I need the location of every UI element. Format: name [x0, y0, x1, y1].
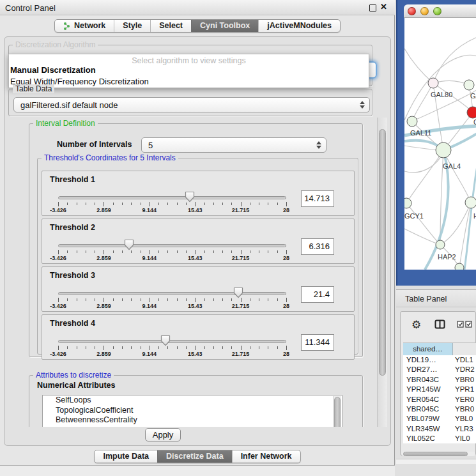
slider-thumb[interactable]	[160, 335, 171, 346]
slider-track[interactable]	[58, 196, 286, 199]
table-row[interactable]: YBL079WYBL0	[403, 414, 476, 424]
slider-tick	[277, 250, 278, 253]
threshold-value-field[interactable]: 14.713	[301, 190, 334, 207]
checkbox-icon[interactable]	[465, 321, 472, 328]
number-of-intervals-value: 5	[148, 141, 153, 150]
tick-label: -3.426	[50, 303, 66, 309]
network-node-gal80[interactable]	[428, 78, 438, 88]
dropdown-option[interactable]: Manual Discretization	[10, 65, 96, 75]
horizontal-scrollbar[interactable]	[402, 452, 475, 456]
tab-cyni-toolbox[interactable]: Cyni Toolbox	[191, 20, 258, 32]
slider-tick	[150, 346, 150, 350]
network-canvas[interactable]: GAL80GACGAL11GAL4GCY1HHAP2	[404, 18, 476, 270]
gear-icon[interactable]: ⚙	[411, 318, 421, 332]
network-node-h[interactable]	[465, 197, 476, 208]
dropdown-hint: Select algorithm to view settings	[9, 56, 369, 65]
slider-tick	[222, 250, 223, 253]
network-node[interactable]	[455, 263, 464, 270]
table-rows[interactable]: YDL19…YDL1YDR27…YDR2YBR043CYBR0YPR145WYP…	[403, 355, 476, 443]
number-of-intervals-combobox[interactable]: 5	[141, 137, 326, 153]
table-row[interactable]: YER054CYER0	[403, 395, 476, 404]
minimize-light-icon[interactable]	[420, 7, 429, 15]
column-header-name[interactable]: na	[453, 343, 476, 355]
table-row[interactable]: YDL19…YDL1	[403, 355, 476, 365]
slider-thumb[interactable]	[233, 287, 243, 298]
slider-tick	[250, 298, 250, 301]
network-node-gal4[interactable]	[436, 142, 451, 158]
cell-shared-name: YPR145W	[406, 385, 441, 394]
slider-tick	[113, 203, 114, 205]
vertical-scrollbar[interactable]	[377, 118, 387, 427]
top-tab-bar: NetworkStyleSelectCyni ToolboxjActiveMNo…	[0, 19, 395, 33]
scrollbar-thumb[interactable]	[379, 129, 386, 376]
network-edge	[404, 49, 433, 83]
numerical-attributes-list[interactable]: SelfLoopsTopologicalCoefficientBetweenne…	[42, 395, 342, 427]
scrollbar-thumb[interactable]	[334, 397, 341, 427]
network-window-frame: GAL80GACGAL11GAL4GCY1HHAP2	[396, 0, 476, 286]
tick-label: 15.43	[188, 255, 203, 261]
tick-label: 28	[283, 255, 289, 261]
close-icon[interactable]: ✕	[380, 2, 387, 12]
network-node-gcy1[interactable]	[404, 198, 411, 208]
tab-discretize-data[interactable]: Discretize Data	[157, 450, 232, 463]
slider-tick	[204, 250, 205, 253]
cell-shared-name: YLR345W	[406, 424, 440, 434]
tab-impute-data[interactable]: Impute Data	[95, 450, 157, 463]
threshold-value-field[interactable]: 11.344	[301, 334, 334, 351]
table-row[interactable]: YBR045CYBR0	[403, 404, 476, 414]
slider-tick	[286, 298, 287, 302]
zoom-light-icon[interactable]	[433, 7, 441, 15]
slider-thumb[interactable]	[185, 191, 195, 203]
attribute-list-item[interactable]: SelfLoops	[43, 395, 342, 406]
slider-tick	[131, 250, 132, 253]
tab-jactivemnodules[interactable]: jActiveMNodules	[258, 20, 340, 32]
float-window-icon[interactable]	[369, 4, 376, 12]
node-label: C	[473, 118, 476, 126]
table-row[interactable]: YPR145WYPR1	[403, 385, 476, 394]
table-row[interactable]: YDR27…YDR2	[403, 365, 476, 374]
table-data-combobox[interactable]: galFiltered.sif default node	[13, 97, 370, 112]
group-title: Attributes to discretize	[33, 371, 114, 380]
tab-network[interactable]: Network	[55, 20, 114, 32]
slider-tick	[241, 202, 242, 206]
network-node-c[interactable]	[467, 107, 476, 118]
tick-label: 15.43	[188, 207, 203, 213]
slider-tick	[104, 346, 104, 350]
slider-thumb[interactable]	[124, 239, 134, 250]
tick-label: 21.715	[232, 303, 250, 309]
close-light-icon[interactable]	[408, 7, 416, 15]
table-row[interactable]: YLR345WYLR3	[403, 424, 476, 434]
apply-button[interactable]: Apply	[145, 428, 181, 441]
columns-icon[interactable]	[434, 319, 445, 329]
network-node-hap2[interactable]	[436, 240, 445, 249]
slider-track[interactable]	[58, 292, 286, 295]
slider-tick	[122, 250, 123, 253]
table-row[interactable]: YIL052CYIL0	[403, 434, 476, 443]
table-toolbar: ⚙	[401, 317, 476, 336]
threshold-value-field[interactable]: 6.316	[301, 238, 334, 255]
tab-select[interactable]: Select	[150, 20, 191, 32]
slider-tick	[213, 250, 214, 253]
threshold-label: Threshold 3	[50, 271, 95, 280]
cell-name: YIL0	[455, 434, 470, 443]
network-node-ga[interactable]	[464, 80, 474, 90]
slider-track[interactable]	[58, 340, 286, 343]
list-scrollbar[interactable]	[333, 396, 341, 427]
slider-tick	[113, 298, 114, 301]
table-row[interactable]: YBR043CYBR0	[403, 375, 476, 385]
slider-tick	[231, 346, 232, 349]
slider-tick	[259, 346, 259, 349]
slider-track[interactable]	[58, 244, 286, 247]
scrollbar-thumb[interactable]	[403, 452, 468, 456]
tick-label: 9.144	[142, 207, 157, 213]
slider-tick	[213, 203, 214, 205]
attribute-list-item[interactable]: TopologicalCoefficient	[43, 406, 342, 416]
tab-style[interactable]: Style	[114, 20, 150, 32]
column-header-shared-name[interactable]: shared…	[403, 343, 453, 355]
checkbox-icon[interactable]	[457, 321, 464, 328]
slider-tick	[141, 298, 141, 301]
attribute-list-item[interactable]: BetweennessCentrality	[43, 415, 342, 426]
tab-infer-network[interactable]: Infer Network	[232, 450, 300, 463]
threshold-value-field[interactable]: 21.4	[301, 286, 334, 303]
network-node-gal11[interactable]	[407, 116, 417, 127]
